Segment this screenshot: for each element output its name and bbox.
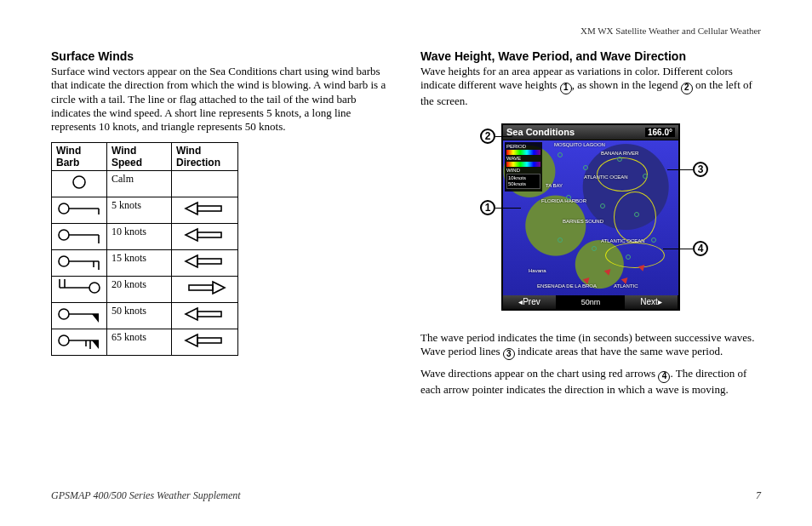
svg-rect-16 xyxy=(197,259,221,264)
footer-page-number: 7 xyxy=(756,489,761,502)
wind-speed-cell: 20 knots xyxy=(107,277,172,303)
circled-2-icon: 2 xyxy=(681,83,693,94)
wind-direction-icon xyxy=(172,303,238,329)
wind-direction-icon xyxy=(172,171,238,197)
wind-speed-cell: 5 knots xyxy=(107,197,172,224)
wind-barb-icon xyxy=(52,277,107,303)
wind-speed-cell: 15 knots xyxy=(107,250,172,277)
wave-para-3: Wave directions appear on the chart usin… xyxy=(420,367,761,397)
svg-point-20 xyxy=(89,283,100,293)
wave-para-2: The wave period indicates the time (in s… xyxy=(420,331,761,361)
svg-marker-25 xyxy=(92,314,99,323)
wind-direction-icon xyxy=(172,250,238,277)
header-section-title: XM WX Satellite Weather and Cellular Wea… xyxy=(580,26,761,36)
wind-barb-icon xyxy=(52,303,107,329)
circled-4-icon: 4 xyxy=(658,371,670,383)
wind-barb-table: Wind Barb Wind Speed Wind Direction Calm… xyxy=(51,142,238,356)
wind-direction-icon xyxy=(172,224,238,250)
table-row: 5 knots xyxy=(52,197,238,224)
svg-marker-4 xyxy=(186,203,197,214)
device-screen: Sea Conditions 166.0° MOSQUITO LAGOON BA… xyxy=(501,123,680,311)
wind-speed-cell: Calm xyxy=(107,171,172,197)
svg-marker-15 xyxy=(186,255,197,267)
next-button[interactable]: Next▸ xyxy=(625,295,678,309)
wind-direction-icon xyxy=(172,329,238,356)
wind-barb-icon xyxy=(52,250,107,277)
table-row: 65 knots xyxy=(52,329,238,356)
circled-1-icon: 1 xyxy=(560,83,572,94)
surface-winds-heading: Surface Winds xyxy=(51,49,392,63)
wind-speed-cell: 50 knots xyxy=(107,303,172,329)
svg-marker-22 xyxy=(213,282,225,294)
wind-barb-icon xyxy=(52,224,107,250)
svg-rect-10 xyxy=(197,232,221,237)
footer-title: GPSMAP 400/500 Series Weather Supplement xyxy=(51,489,241,502)
wind-barb-icon xyxy=(52,197,107,224)
svg-point-6 xyxy=(59,230,69,240)
wave-para-1: Wave heights for an area appear as varia… xyxy=(420,65,761,108)
svg-point-11 xyxy=(59,256,69,266)
svg-marker-33 xyxy=(186,334,197,346)
table-row: 10 knots xyxy=(52,224,238,250)
svg-rect-34 xyxy=(197,338,221,343)
callout-2: 2 xyxy=(480,129,495,144)
table-row: 50 knots xyxy=(52,303,238,329)
left-column: Surface Winds Surface wind vectors appea… xyxy=(51,49,392,403)
th-wind-direction: Wind Direction xyxy=(172,143,238,171)
wave-heading: Wave Height, Wave Period, and Wave Direc… xyxy=(420,49,761,63)
th-wind-speed: Wind Speed xyxy=(107,143,172,171)
th-wind-barb: Wind Barb xyxy=(52,143,107,171)
device-titlebar: Sea Conditions 166.0° xyxy=(503,125,678,140)
device-title: Sea Conditions xyxy=(506,127,575,137)
svg-rect-5 xyxy=(197,206,221,211)
table-row: Calm xyxy=(52,171,238,197)
two-column-layout: Surface Winds Surface wind vectors appea… xyxy=(51,49,761,403)
device-heading-value: 166.0° xyxy=(645,128,675,137)
svg-marker-30 xyxy=(92,340,99,349)
wind-speed-cell: 65 knots xyxy=(107,329,172,356)
device-bottombar: ◂Prev 50nm Next▸ xyxy=(503,295,678,309)
wind-barb-icon xyxy=(52,171,107,197)
callout-4: 4 xyxy=(693,241,708,256)
wind-barb-icon xyxy=(52,329,107,356)
callout-3: 3 xyxy=(693,162,708,177)
sea-conditions-figure: Sea Conditions 166.0° MOSQUITO LAGOON BA… xyxy=(450,115,731,319)
svg-rect-21 xyxy=(189,285,213,290)
svg-point-1 xyxy=(59,203,69,214)
prev-button[interactable]: ◂Prev xyxy=(503,295,557,309)
surface-winds-paragraph: Surface wind vectors appear on the Sea C… xyxy=(51,65,392,134)
svg-point-28 xyxy=(59,335,69,346)
wind-direction-icon xyxy=(172,277,238,303)
svg-point-23 xyxy=(59,309,69,319)
scale-indicator: 50nm xyxy=(557,295,625,309)
table-row: 20 knots xyxy=(52,277,238,303)
right-column: Wave Height, Wave Period, and Wave Direc… xyxy=(420,49,761,403)
table-row: 15 knots xyxy=(52,250,238,277)
wind-direction-icon xyxy=(172,197,238,224)
svg-marker-9 xyxy=(186,229,197,241)
circled-3-icon: 3 xyxy=(503,348,515,360)
device-legend: PERIOD WAVE WIND 10knots 50knots xyxy=(505,142,542,192)
wind-speed-cell: 10 knots xyxy=(107,224,172,250)
svg-marker-26 xyxy=(186,308,197,320)
svg-rect-27 xyxy=(197,312,221,317)
callout-1: 1 xyxy=(480,200,495,215)
svg-point-0 xyxy=(73,176,85,188)
